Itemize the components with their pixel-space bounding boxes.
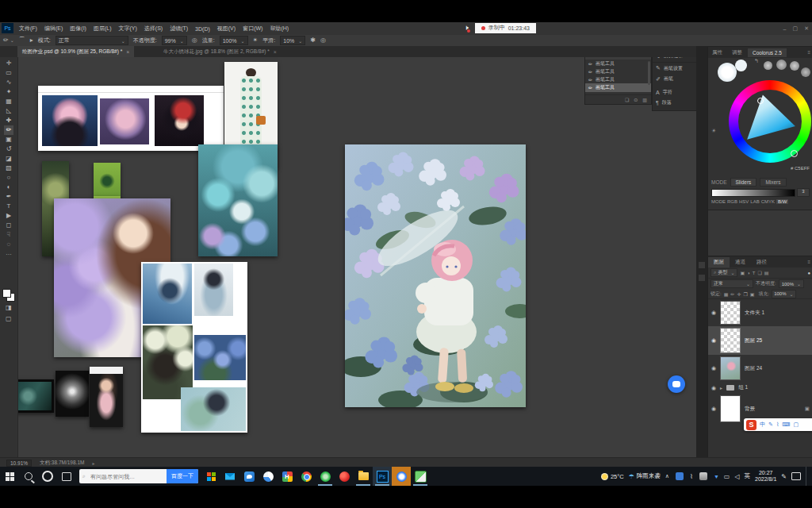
lock-all-icon[interactable]: ▣ [750,291,755,297]
eyedropper-tool[interactable]: ◺ [6,106,11,116]
opacity-pressure-icon[interactable]: ◎ [192,37,197,44]
healing-tool[interactable]: ✚ [6,116,12,125]
doc-tab-active[interactable]: 绘图作业.psd @ 10.9% (图层 25, RGB/8#) * × [17,46,134,57]
menu-layer[interactable]: 图层(L) [94,25,112,33]
history-step[interactable]: ✏画笔工具 [585,67,651,75]
baidu-search-box[interactable]: ⌕ 百度一下 [79,469,198,483]
eye-icon[interactable]: ◉ [711,385,716,391]
window-close-button[interactable]: ✕ [804,25,809,32]
lock-position-icon[interactable]: ✛ [737,291,741,297]
new-doc-from-state-icon[interactable]: ❏ [625,97,629,102]
mode-button[interactable]: MODE [711,199,726,204]
history-scrollbar[interactable] [648,61,650,85]
history-step-selected[interactable]: ✏画笔工具 [585,83,651,92]
taskbar-app-media[interactable] [411,467,430,486]
menu-select[interactable]: 选择(S) [144,25,163,33]
toggle-brush-panel-icon[interactable]: ▸ [30,37,33,44]
muted-speaker-icon[interactable]: 🕨 [464,24,469,33]
clock-tray-item[interactable]: 20:27 2022/8/1 [755,470,776,483]
main-canvas-artwork[interactable] [345,144,526,407]
eye-icon[interactable]: ◉ [711,406,716,412]
history-step[interactable]: ✏画笔工具 [585,75,651,83]
gradient-tool[interactable]: ▧ [6,164,12,173]
task-view-button[interactable] [57,467,76,486]
show-desktop-button[interactable] [806,467,809,486]
brush-tip-icon[interactable] [790,61,799,71]
taskbar-photoshop[interactable]: Ps [373,467,392,486]
dock-brushes-button[interactable]: ✐ 画笔 [653,74,696,84]
taskbar-app-chrome[interactable] [297,467,316,486]
airbrush-icon[interactable]: ✴ [253,37,259,44]
filter-shape-icon[interactable]: ❏ [757,270,761,275]
zoom-tool[interactable]: ◌ [7,240,11,249]
tray-expand-icon[interactable]: ∧ [665,473,669,479]
input-language-indicator[interactable]: 英 [745,472,751,480]
eye-icon[interactable]: ◉ [711,310,716,316]
new-snapshot-icon[interactable]: ⊙ [634,97,638,102]
filter-adjustment-icon[interactable]: ◑ [747,271,750,275]
mode-button[interactable]: HSV [739,199,749,204]
chat-float-button[interactable] [668,375,685,393]
brush-tool-preset-icon[interactable]: ✏⌄ [3,37,14,44]
mode-button[interactable]: CMYK [761,199,775,204]
tray-monitor-icon[interactable]: ▭ [724,473,730,480]
baidu-search-button[interactable]: 百度一下 [167,469,198,483]
eraser-tool[interactable]: ◪ [6,154,12,164]
layer-group-row[interactable]: ◉ ▸ 组 1 [708,382,812,394]
cortana-button[interactable] [38,467,57,486]
value-box[interactable]: 3 [797,188,810,197]
smoothing-select[interactable]: 10%⌄ [280,36,305,45]
menu-help[interactable]: 帮助(H) [270,25,289,33]
baidu-search-input[interactable] [89,473,162,480]
eye-icon[interactable]: ◉ [711,337,716,344]
blend-mode-select[interactable]: 正常⌄ [56,36,128,45]
taskbar-search-button[interactable] [19,467,38,486]
history-step[interactable]: ✏画笔工具 [585,60,651,67]
taskbar-app-green[interactable] [316,467,335,486]
dock-brush-settings-button[interactable]: ✎ 画笔设置 [653,63,696,74]
doc-tab-close-icon[interactable]: × [274,49,277,55]
collapse-icon[interactable] [699,262,705,268]
color-wheel[interactable] [729,80,811,163]
tray-gray-icon[interactable] [699,472,707,480]
size-pressure-icon[interactable]: ◎ [320,37,326,44]
quick-mask-icon[interactable]: ◨ [6,305,12,311]
lock-transparent-icon[interactable]: ▦ [724,291,729,297]
tray-speaker-icon[interactable]: ◁ [734,473,739,480]
opacity-select[interactable]: 99%⌄ [162,36,187,45]
eye-icon[interactable]: ◉ [711,365,716,371]
brush-preview-large[interactable] [718,63,737,82]
menu-view[interactable]: 视图(V) [217,25,236,33]
doc-tab-close-icon[interactable]: × [126,49,129,55]
type-tool[interactable]: T [7,202,11,211]
screen-mode-icon[interactable]: ▢ [6,316,12,322]
brush-tip-icon[interactable] [776,60,787,70]
layer-row[interactable]: ◉ 图层 24 [708,355,812,382]
tray-pin-icon[interactable]: ▼ [714,474,719,479]
marquee-tool[interactable]: ▭ [6,68,12,78]
sliders-tab[interactable]: Sliders [730,178,757,187]
layer-row[interactable]: ◉ 文件夹 1 [708,299,812,326]
doc-tab-inactive[interactable]: 牛大小绣球花.jpg @ 18.8% (图层 2, RGB/8#) * × [159,46,282,57]
ring-marker[interactable] [791,150,798,157]
menu-filter[interactable]: 滤镜(T) [170,25,188,33]
layer-row-selected[interactable]: ◉ 图层 25 [708,326,812,355]
canvas-area[interactable]: 历史记录 »| ≡ ✏画笔工具 ✏画笔工具 ✏画笔工具 ✏画笔工具 ❏ ⊙ ▥ [0,57,696,457]
ime-mic-icon[interactable]: ⌇ [776,421,779,428]
brush-preset-picker[interactable]: ⌒ [19,37,25,44]
taskbar-app-store[interactable] [201,467,220,486]
mode-button[interactable]: LAB [750,199,759,204]
group-expand-icon[interactable]: ▸ [720,385,722,391]
move-tool[interactable]: ✛ [6,59,12,68]
ime-toolbar[interactable]: S 中 ✎ ⌇ ⌨ ▢ [744,418,812,431]
menu-window[interactable]: 窗口(W) [243,25,262,33]
sogou-logo[interactable]: S [746,420,756,430]
menu-type[interactable]: 文字(Y) [118,25,136,33]
tab-adjustments[interactable]: 调整 [728,49,746,56]
tray-blue-cube-icon[interactable] [676,472,684,480]
ime-toolbox-icon[interactable]: ▢ [793,421,799,428]
window-minimize-button[interactable]: – [783,26,787,32]
ime-pen-icon[interactable]: ✎ [768,421,773,428]
pen-tool[interactable]: ✒ [6,192,12,202]
dock-history-button[interactable]: ⟲ 历史记录 [653,57,696,63]
